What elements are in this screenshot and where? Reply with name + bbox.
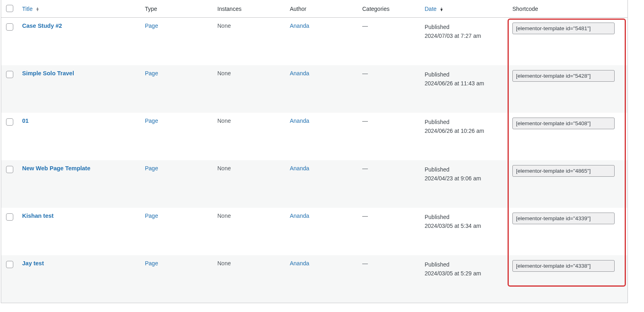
template-title-link[interactable]: Simple Solo Travel xyxy=(22,70,74,76)
row-shortcode-cell xyxy=(508,255,627,303)
row-title-cell: Case Study #2 xyxy=(18,18,141,65)
table-row: New Web Page TemplatePageNoneAnanda—Publ… xyxy=(1,160,627,208)
row-categories-cell: — xyxy=(358,160,421,208)
row-type-cell: Page xyxy=(141,255,213,303)
template-type-link[interactable]: Page xyxy=(145,70,158,76)
author-link[interactable]: Ananda xyxy=(290,260,309,267)
sort-icon: ▲ ▼ xyxy=(440,7,443,11)
date-value: 2024/03/05 at 5:29 am xyxy=(425,269,504,278)
header-categories-label: Categories xyxy=(362,6,390,12)
row-instances-cell: None xyxy=(213,255,286,303)
sort-icon: ▲ ▼ xyxy=(36,7,39,11)
table-row: Simple Solo TravelPageNoneAnanda—Publish… xyxy=(1,65,627,113)
templates-table: Title ▲ ▼ Type Instances Author Categori… xyxy=(1,0,627,303)
row-date-cell: Published2024/03/05 at 5:34 am xyxy=(421,208,508,255)
author-link[interactable]: Ananda xyxy=(290,23,309,29)
row-type-cell: Page xyxy=(141,208,213,255)
row-author-cell: Ananda xyxy=(286,160,358,208)
date-value: 2024/06/26 at 10:26 am xyxy=(425,126,504,135)
row-type-cell: Page xyxy=(141,160,213,208)
header-instances: Instances xyxy=(213,0,286,18)
row-checkbox[interactable] xyxy=(6,71,13,78)
template-type-link[interactable]: Page xyxy=(145,213,158,219)
author-link[interactable]: Ananda xyxy=(290,70,309,76)
author-link[interactable]: Ananda xyxy=(290,213,309,219)
row-categories-cell: — xyxy=(358,65,421,113)
row-shortcode-cell xyxy=(508,65,627,113)
row-type-cell: Page xyxy=(141,113,213,160)
row-title-cell: New Web Page Template xyxy=(18,160,141,208)
author-link[interactable]: Ananda xyxy=(290,165,309,171)
shortcode-input[interactable] xyxy=(512,23,615,34)
row-checkbox-cell xyxy=(1,113,18,160)
date-status: Published xyxy=(425,165,504,174)
row-title-cell: Simple Solo Travel xyxy=(18,65,141,113)
row-type-cell: Page xyxy=(141,18,213,65)
template-title-link[interactable]: 01 xyxy=(22,118,29,124)
row-checkbox[interactable] xyxy=(6,23,13,31)
header-categories: Categories xyxy=(358,0,421,18)
template-type-link[interactable]: Page xyxy=(145,260,158,267)
table-row: Case Study #2PageNoneAnanda—Published202… xyxy=(1,18,627,65)
row-instances-cell: None xyxy=(213,208,286,255)
header-title-label: Title xyxy=(22,6,33,12)
template-type-link[interactable]: Page xyxy=(145,118,158,124)
shortcode-input[interactable] xyxy=(512,165,615,177)
row-checkbox-cell xyxy=(1,65,18,113)
row-date-cell: Published2024/04/23 at 9:06 am xyxy=(421,160,508,208)
shortcode-input[interactable] xyxy=(512,70,615,82)
template-title-link[interactable]: Kishan test xyxy=(22,213,54,219)
row-shortcode-cell xyxy=(508,113,627,160)
row-title-cell: Kishan test xyxy=(18,208,141,255)
date-status: Published xyxy=(425,260,504,269)
shortcode-input[interactable] xyxy=(512,260,615,272)
row-date-cell: Published2024/07/03 at 7:27 am xyxy=(421,18,508,65)
row-checkbox[interactable] xyxy=(6,166,13,173)
date-value: 2024/03/05 at 5:34 am xyxy=(425,221,504,230)
row-instances-cell: None xyxy=(213,18,286,65)
row-checkbox[interactable] xyxy=(6,118,13,126)
row-date-cell: Published2024/03/05 at 5:29 am xyxy=(421,255,508,303)
row-shortcode-cell xyxy=(508,208,627,255)
row-author-cell: Ananda xyxy=(286,65,358,113)
row-date-cell: Published2024/06/26 at 10:26 am xyxy=(421,113,508,160)
header-date-label: Date xyxy=(425,6,437,12)
row-author-cell: Ananda xyxy=(286,255,358,303)
header-shortcode-label: Shortcode xyxy=(512,6,538,12)
row-categories-cell: — xyxy=(358,18,421,65)
header-author-label: Author xyxy=(290,6,306,12)
table-row: Jay testPageNoneAnanda—Published2024/03/… xyxy=(1,255,627,303)
row-instances-cell: None xyxy=(213,113,286,160)
row-checkbox-cell xyxy=(1,208,18,255)
template-type-link[interactable]: Page xyxy=(145,165,158,171)
table-row: Kishan testPageNoneAnanda—Published2024/… xyxy=(1,208,627,255)
row-type-cell: Page xyxy=(141,65,213,113)
row-checkbox[interactable] xyxy=(6,213,13,221)
date-status: Published xyxy=(425,70,504,79)
row-shortcode-cell xyxy=(508,18,627,65)
header-title[interactable]: Title ▲ ▼ xyxy=(18,0,141,18)
select-all-checkbox[interactable] xyxy=(6,5,13,12)
row-checkbox[interactable] xyxy=(6,261,13,268)
row-title-cell: 01 xyxy=(18,113,141,160)
shortcode-input[interactable] xyxy=(512,118,615,129)
table-header-row: Title ▲ ▼ Type Instances Author Categori… xyxy=(1,0,627,18)
shortcode-input[interactable] xyxy=(512,213,615,224)
author-link[interactable]: Ananda xyxy=(290,118,309,124)
template-title-link[interactable]: Case Study #2 xyxy=(22,23,62,29)
row-author-cell: Ananda xyxy=(286,113,358,160)
row-checkbox-cell xyxy=(1,18,18,65)
table-row: 01PageNoneAnanda—Published2024/06/26 at … xyxy=(1,113,627,160)
row-checkbox-cell xyxy=(1,255,18,303)
row-categories-cell: — xyxy=(358,208,421,255)
header-author: Author xyxy=(286,0,358,18)
date-status: Published xyxy=(425,23,504,31)
row-instances-cell: None xyxy=(213,65,286,113)
row-shortcode-cell xyxy=(508,160,627,208)
template-type-link[interactable]: Page xyxy=(145,23,158,29)
header-date[interactable]: Date ▲ ▼ xyxy=(421,0,508,18)
row-instances-cell: None xyxy=(213,160,286,208)
template-title-link[interactable]: New Web Page Template xyxy=(22,165,90,171)
template-title-link[interactable]: Jay test xyxy=(22,260,44,267)
date-value: 2024/07/03 at 7:27 am xyxy=(425,31,504,40)
